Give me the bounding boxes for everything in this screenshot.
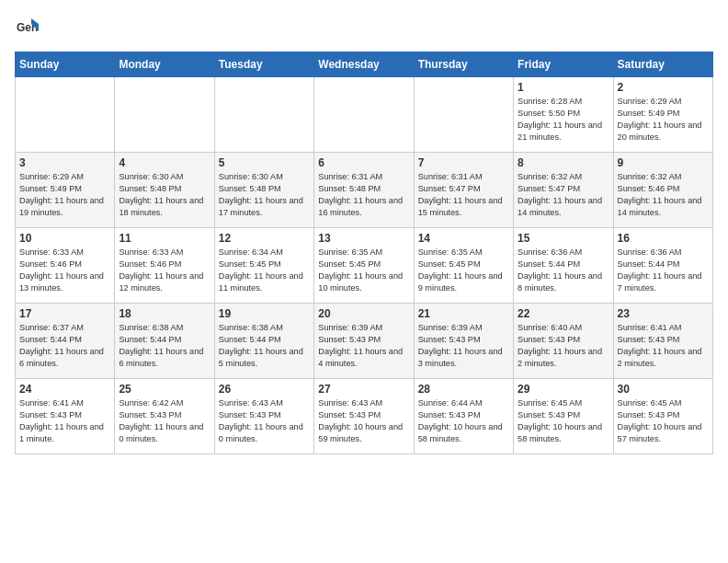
day-number: 13 [318,232,409,245]
col-header-thursday: Thursday [414,52,513,77]
day-number: 20 [318,307,409,320]
day-number: 6 [318,156,409,169]
col-header-saturday: Saturday [613,52,712,77]
calendar-cell: 28Sunrise: 6:44 AM Sunset: 5:43 PM Dayli… [414,379,513,454]
calendar-cell: 18Sunrise: 6:38 AM Sunset: 5:44 PM Dayli… [115,304,214,379]
day-number: 11 [119,232,210,245]
logo: Gen [15,15,44,40]
day-number: 22 [518,307,609,320]
day-number: 15 [518,232,609,245]
day-info: Sunrise: 6:28 AM Sunset: 5:50 PM Dayligh… [518,96,609,144]
calendar-cell: 6Sunrise: 6:31 AM Sunset: 5:48 PM Daylig… [314,153,414,228]
day-number: 19 [219,307,310,320]
day-info: Sunrise: 6:43 AM Sunset: 5:43 PM Dayligh… [318,397,409,445]
calendar-cell [214,77,313,153]
day-info: Sunrise: 6:44 AM Sunset: 5:43 PM Dayligh… [418,397,509,445]
calendar-header: SundayMondayTuesdayWednesdayThursdayFrid… [16,52,713,77]
day-info: Sunrise: 6:31 AM Sunset: 5:48 PM Dayligh… [318,171,409,219]
day-number: 26 [219,383,310,396]
calendar-cell [314,77,414,153]
day-number: 4 [119,156,210,169]
col-header-friday: Friday [514,52,613,77]
calendar-cell: 3Sunrise: 6:29 AM Sunset: 5:49 PM Daylig… [16,153,115,228]
calendar-cell: 17Sunrise: 6:37 AM Sunset: 5:44 PM Dayli… [16,304,115,379]
page-header: Gen [15,15,713,40]
day-number: 12 [219,232,310,245]
day-info: Sunrise: 6:35 AM Sunset: 5:45 PM Dayligh… [318,247,409,294]
day-info: Sunrise: 6:39 AM Sunset: 5:43 PM Dayligh… [318,322,409,370]
day-info: Sunrise: 6:42 AM Sunset: 5:43 PM Dayligh… [119,397,210,445]
calendar-cell: 10Sunrise: 6:33 AM Sunset: 5:46 PM Dayli… [16,228,115,304]
day-info: Sunrise: 6:43 AM Sunset: 5:43 PM Dayligh… [219,397,310,445]
day-number: 14 [418,232,509,245]
day-number: 23 [618,307,709,320]
calendar-cell: 24Sunrise: 6:41 AM Sunset: 5:43 PM Dayli… [16,379,115,454]
day-number: 21 [418,307,509,320]
calendar-row: 3Sunrise: 6:29 AM Sunset: 5:49 PM Daylig… [16,153,713,228]
calendar-cell: 30Sunrise: 6:45 AM Sunset: 5:43 PM Dayli… [613,379,712,454]
calendar-cell: 19Sunrise: 6:38 AM Sunset: 5:44 PM Dayli… [214,304,313,379]
day-number: 30 [618,383,709,396]
day-info: Sunrise: 6:29 AM Sunset: 5:49 PM Dayligh… [19,171,110,219]
calendar-cell: 16Sunrise: 6:36 AM Sunset: 5:44 PM Dayli… [613,228,712,304]
day-number: 8 [518,156,609,169]
day-number: 2 [618,81,709,94]
day-info: Sunrise: 6:31 AM Sunset: 5:47 PM Dayligh… [418,171,509,219]
calendar-cell [115,77,214,153]
day-info: Sunrise: 6:29 AM Sunset: 5:49 PM Dayligh… [618,96,709,144]
day-number: 18 [119,307,210,320]
calendar-cell: 7Sunrise: 6:31 AM Sunset: 5:47 PM Daylig… [414,153,513,228]
calendar-row: 10Sunrise: 6:33 AM Sunset: 5:46 PM Dayli… [16,228,713,304]
day-number: 9 [618,156,709,169]
col-header-sunday: Sunday [16,52,115,77]
calendar-cell: 14Sunrise: 6:35 AM Sunset: 5:45 PM Dayli… [414,228,513,304]
day-info: Sunrise: 6:32 AM Sunset: 5:47 PM Dayligh… [518,171,609,219]
day-number: 5 [219,156,310,169]
calendar-row: 1Sunrise: 6:28 AM Sunset: 5:50 PM Daylig… [16,77,713,153]
day-number: 29 [518,383,609,396]
day-info: Sunrise: 6:45 AM Sunset: 5:43 PM Dayligh… [518,397,609,445]
day-number: 27 [318,383,409,396]
calendar-row: 17Sunrise: 6:37 AM Sunset: 5:44 PM Dayli… [16,304,713,379]
calendar-cell: 25Sunrise: 6:42 AM Sunset: 5:43 PM Dayli… [115,379,214,454]
calendar-cell: 2Sunrise: 6:29 AM Sunset: 5:49 PM Daylig… [613,77,712,153]
day-info: Sunrise: 6:32 AM Sunset: 5:46 PM Dayligh… [618,171,709,219]
col-header-monday: Monday [115,52,214,77]
calendar-cell: 15Sunrise: 6:36 AM Sunset: 5:44 PM Dayli… [514,228,613,304]
calendar-cell: 22Sunrise: 6:40 AM Sunset: 5:43 PM Dayli… [514,304,613,379]
day-number: 28 [418,383,509,396]
day-info: Sunrise: 6:33 AM Sunset: 5:46 PM Dayligh… [19,247,110,294]
calendar-table: SundayMondayTuesdayWednesdayThursdayFrid… [15,52,713,454]
calendar-cell: 20Sunrise: 6:39 AM Sunset: 5:43 PM Dayli… [314,304,414,379]
day-info: Sunrise: 6:33 AM Sunset: 5:46 PM Dayligh… [119,247,210,294]
calendar-cell: 5Sunrise: 6:30 AM Sunset: 5:48 PM Daylig… [214,153,313,228]
day-number: 7 [418,156,509,169]
calendar-cell: 26Sunrise: 6:43 AM Sunset: 5:43 PM Dayli… [214,379,313,454]
day-info: Sunrise: 6:45 AM Sunset: 5:43 PM Dayligh… [618,397,709,445]
day-info: Sunrise: 6:38 AM Sunset: 5:44 PM Dayligh… [219,322,310,370]
day-info: Sunrise: 6:30 AM Sunset: 5:48 PM Dayligh… [119,171,210,219]
day-info: Sunrise: 6:39 AM Sunset: 5:43 PM Dayligh… [418,322,509,370]
calendar-cell [16,77,115,153]
calendar-cell: 29Sunrise: 6:45 AM Sunset: 5:43 PM Dayli… [514,379,613,454]
calendar-cell: 13Sunrise: 6:35 AM Sunset: 5:45 PM Dayli… [314,228,414,304]
day-number: 10 [19,232,110,245]
day-number: 24 [19,383,110,396]
day-info: Sunrise: 6:36 AM Sunset: 5:44 PM Dayligh… [518,247,609,294]
calendar-cell: 21Sunrise: 6:39 AM Sunset: 5:43 PM Dayli… [414,304,513,379]
day-info: Sunrise: 6:35 AM Sunset: 5:45 PM Dayligh… [418,247,509,294]
calendar-cell: 23Sunrise: 6:41 AM Sunset: 5:43 PM Dayli… [613,304,712,379]
calendar-cell: 11Sunrise: 6:33 AM Sunset: 5:46 PM Dayli… [115,228,214,304]
col-header-tuesday: Tuesday [214,52,313,77]
calendar-cell: 9Sunrise: 6:32 AM Sunset: 5:46 PM Daylig… [613,153,712,228]
day-number: 3 [19,156,110,169]
logo-icon: Gen [15,15,40,40]
calendar-cell: 12Sunrise: 6:34 AM Sunset: 5:45 PM Dayli… [214,228,313,304]
day-info: Sunrise: 6:38 AM Sunset: 5:44 PM Dayligh… [119,322,210,370]
day-number: 25 [119,383,210,396]
day-info: Sunrise: 6:37 AM Sunset: 5:44 PM Dayligh… [19,322,110,370]
calendar-row: 24Sunrise: 6:41 AM Sunset: 5:43 PM Dayli… [16,379,713,454]
day-info: Sunrise: 6:41 AM Sunset: 5:43 PM Dayligh… [19,397,110,445]
calendar-cell: 4Sunrise: 6:30 AM Sunset: 5:48 PM Daylig… [115,153,214,228]
day-info: Sunrise: 6:30 AM Sunset: 5:48 PM Dayligh… [219,171,310,219]
